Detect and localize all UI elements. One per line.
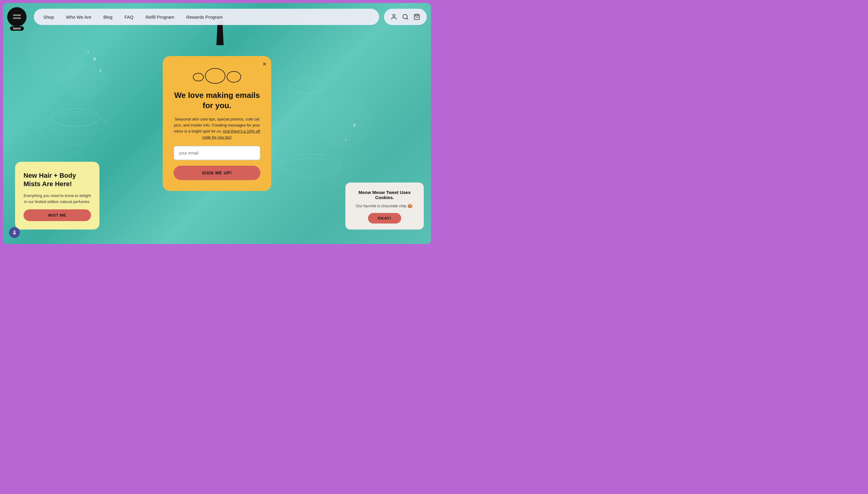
svg-point-3 (14, 230, 15, 231)
cloud-large-center (205, 68, 225, 84)
cloud-small-left (193, 73, 204, 81)
sign-me-up-button[interactable]: SIGN ME UP! (173, 166, 260, 180)
accessibility-button[interactable] (9, 227, 20, 238)
cloud-medium-right (227, 71, 241, 82)
modal-heading: We love making emails for you. (173, 90, 260, 111)
cloud-illustration (193, 68, 241, 84)
modal-body-text: Seasonal skin care tips, special promos,… (173, 116, 260, 141)
email-input[interactable] (173, 146, 260, 160)
modal-overlay: × We love making emails for you. Seasona… (3, 3, 431, 244)
page-wrapper: meow meow tweet Shop Who We Are Blog FAQ… (3, 3, 431, 244)
accessibility-icon (12, 230, 17, 235)
email-modal: × We love making emails for you. Seasona… (163, 56, 271, 191)
modal-close-button[interactable]: × (262, 61, 266, 68)
